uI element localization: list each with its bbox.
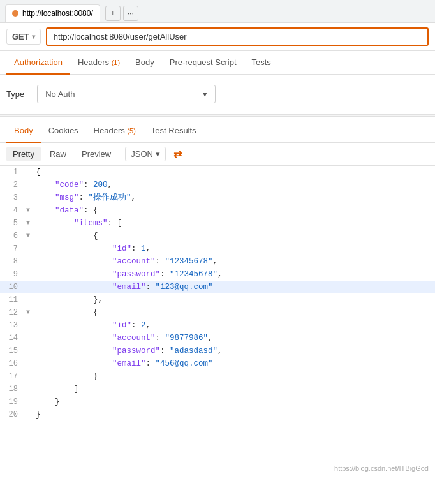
headers-badge: (1) [112, 59, 120, 66]
format-select[interactable]: JSON ▾ [125, 147, 166, 161]
code-line-19: 19 } [0, 396, 435, 408]
code-line-9: 9 "password": "12345678", [0, 268, 435, 281]
method-chevron-icon: ▾ [32, 33, 35, 40]
line-number: 16 [0, 357, 23, 370]
line-content: "email": "456@qq.com" [33, 357, 435, 370]
auth-type-label: Type [6, 89, 24, 99]
line-toggle[interactable]: ▼ [23, 230, 33, 242]
line-content: "account": "9877986", [33, 332, 435, 345]
code-line-18: 18 ] [0, 383, 435, 396]
line-content: "items": [ [33, 217, 435, 230]
tab-test-results[interactable]: Test Results [144, 119, 204, 143]
line-number: 12 [0, 306, 23, 319]
format-value: JSON [131, 149, 153, 159]
code-line-2: 2 "code": 200, [0, 179, 435, 191]
line-content: } [33, 396, 435, 408]
tab-authorization[interactable]: Authorization [6, 51, 70, 75]
code-line-6: 6▼ { [0, 230, 435, 242]
method-select[interactable]: GET ▾ [6, 29, 41, 45]
request-tabs: Authorization Headers (1) Body Pre-reque… [0, 51, 435, 75]
tab-body-res[interactable]: Body [6, 119, 41, 143]
tab-body-req[interactable]: Body [128, 51, 162, 75]
code-line-14: 14 "account": "9877986", [0, 332, 435, 345]
line-number: 8 [0, 255, 23, 268]
line-number: 9 [0, 268, 23, 281]
line-content: "password": "12345678", [33, 268, 435, 281]
line-number: 17 [0, 370, 23, 383]
url-bar: GET ▾ [0, 23, 435, 51]
code-wrapper: 1{2 "code": 200,3 "msg": "操作成功",4▼ "data… [0, 166, 435, 476]
more-tabs-button[interactable]: ··· [123, 6, 138, 21]
tab-favicon [12, 10, 18, 17]
line-number: 20 [0, 408, 23, 421]
line-content: "password": "adasdasd", [33, 345, 435, 357]
line-number: 19 [0, 396, 23, 408]
line-number: 2 [0, 179, 23, 191]
tab-actions: + ··· [105, 6, 138, 21]
line-number: 14 [0, 332, 23, 345]
raw-button[interactable]: Raw [43, 147, 73, 161]
line-toggle[interactable]: ▼ [23, 306, 33, 319]
pretty-button[interactable]: Pretty [6, 147, 41, 161]
line-content: "id": 2, [33, 319, 435, 332]
code-area[interactable]: 1{2 "code": 200,3 "msg": "操作成功",4▼ "data… [0, 166, 435, 421]
tab-cookies[interactable]: Cookies [41, 119, 86, 143]
line-number: 1 [0, 166, 23, 179]
code-line-3: 3 "msg": "操作成功", [0, 191, 435, 204]
auth-type-select[interactable]: No Auth ▾ [37, 85, 216, 103]
line-content: } [33, 370, 435, 383]
line-content: "code": 200, [33, 179, 435, 191]
res-headers-badge: (5) [127, 127, 135, 135]
code-line-13: 13 "id": 2, [0, 319, 435, 332]
line-content: "id": 1, [33, 242, 435, 255]
auth-section: Type No Auth ▾ [0, 75, 435, 114]
watermark: https://blog.csdn.net/ITBigGod [334, 464, 429, 472]
browser-tab[interactable]: http://localhost:8080/ [5, 4, 100, 22]
code-line-10: 10 "email": "123@qq.com" [0, 281, 435, 293]
code-line-4: 4▼ "data": { [0, 204, 435, 217]
tab-prerequest[interactable]: Pre-request Script [162, 51, 244, 75]
line-number: 3 [0, 191, 23, 204]
line-content: { [33, 166, 435, 179]
tab-headers[interactable]: Headers (1) [70, 51, 128, 75]
line-number: 13 [0, 319, 23, 332]
url-input[interactable] [46, 27, 429, 46]
line-toggle[interactable]: ▼ [23, 217, 33, 230]
line-toggle[interactable]: ▼ [23, 204, 33, 217]
line-content: { [33, 230, 435, 242]
tab-headers-res[interactable]: Headers (5) [86, 119, 144, 143]
line-number: 10 [0, 281, 23, 293]
tab-tests[interactable]: Tests [244, 51, 279, 75]
code-line-11: 11 }, [0, 293, 435, 306]
line-number: 6 [0, 230, 23, 242]
line-number: 11 [0, 293, 23, 306]
code-line-5: 5▼ "items": [ [0, 217, 435, 230]
line-content: { [33, 306, 435, 319]
code-line-16: 16 "email": "456@qq.com" [0, 357, 435, 370]
line-content: "account": "12345678", [33, 255, 435, 268]
wrap-icon[interactable]: ⇄ [173, 148, 182, 160]
new-tab-button[interactable]: + [105, 6, 121, 21]
tab-url-short: http://localhost:8080/ [22, 9, 93, 18]
preview-button[interactable]: Preview [75, 147, 117, 161]
code-line-15: 15 "password": "adasdasd", [0, 345, 435, 357]
line-number: 4 [0, 204, 23, 217]
code-line-1: 1{ [0, 166, 435, 179]
line-number: 7 [0, 242, 23, 255]
code-line-7: 7 "id": 1, [0, 242, 435, 255]
line-content: "data": { [33, 204, 435, 217]
line-number: 5 [0, 217, 23, 230]
line-number: 15 [0, 345, 23, 357]
code-line-12: 12▼ { [0, 306, 435, 319]
line-content: } [33, 408, 435, 421]
format-bar: Pretty Raw Preview JSON ▾ ⇄ [0, 143, 435, 166]
code-line-8: 8 "account": "12345678", [0, 255, 435, 268]
line-content: ] [33, 383, 435, 396]
line-number: 18 [0, 383, 23, 396]
line-content: }, [33, 293, 435, 306]
line-content: "email": "123@qq.com" [33, 281, 435, 293]
response-tabs: Body Cookies Headers (5) Test Results [0, 119, 435, 143]
tab-bar: http://localhost:8080/ + ··· [0, 0, 435, 23]
section-separator [0, 114, 435, 117]
code-line-17: 17 } [0, 370, 435, 383]
